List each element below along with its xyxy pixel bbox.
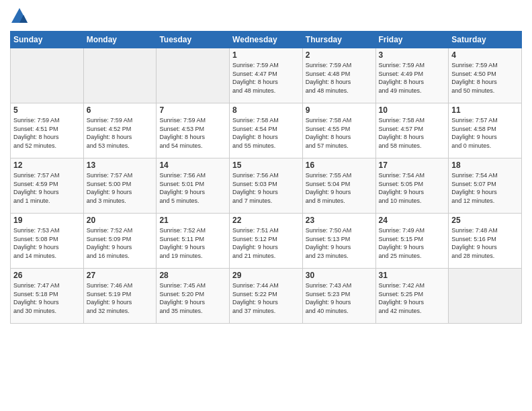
day-info: Sunrise: 7:47 AM Sunset: 5:18 PM Dayligh…: [13, 281, 81, 315]
day-info: Sunrise: 7:45 AM Sunset: 5:20 PM Dayligh…: [159, 281, 226, 315]
col-header-friday: Friday: [375, 32, 449, 48]
col-header-saturday: Saturday: [449, 32, 522, 48]
day-cell: 18Sunrise: 7:54 AM Sunset: 5:07 PM Dayli…: [449, 158, 522, 214]
day-cell: 9Sunrise: 7:58 AM Sunset: 4:55 PM Daylig…: [302, 103, 375, 158]
header-row: SundayMondayTuesdayWednesdayThursdayFrid…: [11, 32, 522, 48]
day-info: Sunrise: 7:52 AM Sunset: 5:09 PM Dayligh…: [87, 226, 154, 260]
day-cell: 2Sunrise: 7:59 AM Sunset: 4:48 PM Daylig…: [302, 48, 375, 103]
day-number: 3: [379, 50, 446, 60]
day-info: Sunrise: 7:52 AM Sunset: 5:11 PM Dayligh…: [159, 226, 226, 260]
day-info: Sunrise: 7:57 AM Sunset: 5:00 PM Dayligh…: [87, 171, 154, 205]
day-number: 15: [232, 161, 300, 170]
day-info: Sunrise: 7:42 AM Sunset: 5:25 PM Dayligh…: [379, 281, 446, 315]
col-header-thursday: Thursday: [302, 32, 375, 48]
day-cell: 8Sunrise: 7:58 AM Sunset: 4:54 PM Daylig…: [230, 103, 303, 158]
day-cell: [449, 269, 522, 324]
day-cell: 10Sunrise: 7:58 AM Sunset: 4:57 PM Dayli…: [375, 103, 449, 158]
day-info: Sunrise: 7:59 AM Sunset: 4:51 PM Dayligh…: [13, 116, 81, 150]
day-number: 12: [13, 161, 81, 170]
day-cell: 13Sunrise: 7:57 AM Sunset: 5:00 PM Dayli…: [83, 158, 157, 214]
day-number: 23: [306, 216, 373, 225]
day-info: Sunrise: 7:51 AM Sunset: 5:12 PM Dayligh…: [232, 226, 300, 260]
day-number: 19: [13, 216, 81, 225]
day-cell: 3Sunrise: 7:59 AM Sunset: 4:49 PM Daylig…: [375, 48, 449, 103]
day-cell: 4Sunrise: 7:59 AM Sunset: 4:50 PM Daylig…: [449, 48, 522, 103]
day-number: 2: [306, 50, 373, 60]
day-info: Sunrise: 7:58 AM Sunset: 4:55 PM Dayligh…: [306, 116, 373, 150]
day-info: Sunrise: 7:57 AM Sunset: 4:58 PM Dayligh…: [451, 116, 519, 150]
day-info: Sunrise: 7:46 AM Sunset: 5:19 PM Dayligh…: [87, 281, 154, 315]
day-info: Sunrise: 7:48 AM Sunset: 5:16 PM Dayligh…: [451, 226, 519, 260]
day-cell: 20Sunrise: 7:52 AM Sunset: 5:09 PM Dayli…: [83, 214, 157, 269]
day-number: 25: [451, 216, 519, 225]
day-info: Sunrise: 7:56 AM Sunset: 5:01 PM Dayligh…: [159, 171, 226, 205]
day-info: Sunrise: 7:59 AM Sunset: 4:53 PM Dayligh…: [159, 116, 226, 150]
day-cell: 6Sunrise: 7:59 AM Sunset: 4:52 PM Daylig…: [83, 103, 157, 158]
day-info: Sunrise: 7:59 AM Sunset: 4:47 PM Dayligh…: [232, 61, 300, 95]
day-cell: 27Sunrise: 7:46 AM Sunset: 5:19 PM Dayli…: [83, 269, 157, 324]
day-info: Sunrise: 7:58 AM Sunset: 4:54 PM Dayligh…: [232, 116, 300, 150]
day-cell: 19Sunrise: 7:53 AM Sunset: 5:08 PM Dayli…: [11, 214, 84, 269]
week-row-4: 26Sunrise: 7:47 AM Sunset: 5:18 PM Dayli…: [11, 269, 522, 324]
col-header-monday: Monday: [83, 32, 157, 48]
day-cell: 25Sunrise: 7:48 AM Sunset: 5:16 PM Dayli…: [449, 214, 522, 269]
day-cell: 16Sunrise: 7:55 AM Sunset: 5:04 PM Dayli…: [302, 158, 375, 214]
day-number: 18: [451, 161, 519, 170]
day-info: Sunrise: 7:55 AM Sunset: 5:04 PM Dayligh…: [306, 171, 373, 205]
day-cell: 1Sunrise: 7:59 AM Sunset: 4:47 PM Daylig…: [230, 48, 303, 103]
day-cell: 7Sunrise: 7:59 AM Sunset: 4:53 PM Daylig…: [157, 103, 230, 158]
week-row-2: 12Sunrise: 7:57 AM Sunset: 4:59 PM Dayli…: [11, 158, 522, 214]
day-cell: 23Sunrise: 7:50 AM Sunset: 5:13 PM Dayli…: [302, 214, 375, 269]
day-number: 20: [87, 216, 154, 225]
page: SundayMondayTuesdayWednesdayThursdayFrid…: [0, 0, 532, 411]
day-info: Sunrise: 7:56 AM Sunset: 5:03 PM Dayligh…: [232, 171, 300, 205]
day-number: 30: [306, 271, 373, 280]
logo: [10, 7, 32, 26]
day-number: 28: [159, 271, 226, 280]
day-cell: 14Sunrise: 7:56 AM Sunset: 5:01 PM Dayli…: [157, 158, 230, 214]
day-number: 27: [87, 271, 154, 280]
day-cell: 12Sunrise: 7:57 AM Sunset: 4:59 PM Dayli…: [11, 158, 84, 214]
col-header-tuesday: Tuesday: [157, 32, 230, 48]
week-row-3: 19Sunrise: 7:53 AM Sunset: 5:08 PM Dayli…: [11, 214, 522, 269]
day-info: Sunrise: 7:57 AM Sunset: 4:59 PM Dayligh…: [13, 171, 81, 205]
day-info: Sunrise: 7:43 AM Sunset: 5:23 PM Dayligh…: [306, 281, 373, 315]
day-number: 10: [379, 105, 446, 115]
day-cell: 17Sunrise: 7:54 AM Sunset: 5:05 PM Dayli…: [375, 158, 449, 214]
day-number: 8: [232, 105, 300, 115]
day-cell: 31Sunrise: 7:42 AM Sunset: 5:25 PM Dayli…: [375, 269, 449, 324]
day-number: 9: [306, 105, 373, 115]
day-number: 11: [451, 105, 519, 115]
day-cell: 22Sunrise: 7:51 AM Sunset: 5:12 PM Dayli…: [230, 214, 303, 269]
day-info: Sunrise: 7:59 AM Sunset: 4:49 PM Dayligh…: [379, 61, 446, 95]
day-info: Sunrise: 7:59 AM Sunset: 4:52 PM Dayligh…: [87, 116, 154, 150]
day-cell: 30Sunrise: 7:43 AM Sunset: 5:23 PM Dayli…: [302, 269, 375, 324]
day-number: 13: [87, 161, 154, 170]
day-number: 29: [232, 271, 300, 280]
col-header-wednesday: Wednesday: [230, 32, 303, 48]
day-info: Sunrise: 7:53 AM Sunset: 5:08 PM Dayligh…: [13, 226, 81, 260]
day-cell: 21Sunrise: 7:52 AM Sunset: 5:11 PM Dayli…: [157, 214, 230, 269]
day-cell: [157, 48, 230, 103]
day-number: 4: [451, 50, 519, 60]
day-number: 5: [13, 105, 81, 115]
day-info: Sunrise: 7:59 AM Sunset: 4:50 PM Dayligh…: [451, 61, 519, 95]
day-info: Sunrise: 7:44 AM Sunset: 5:22 PM Dayligh…: [232, 281, 300, 315]
day-info: Sunrise: 7:54 AM Sunset: 5:05 PM Dayligh…: [379, 171, 446, 205]
day-number: 17: [379, 161, 446, 170]
week-row-0: 1Sunrise: 7:59 AM Sunset: 4:47 PM Daylig…: [11, 48, 522, 103]
logo-icon: [10, 7, 29, 26]
day-cell: [83, 48, 157, 103]
day-cell: 5Sunrise: 7:59 AM Sunset: 4:51 PM Daylig…: [11, 103, 84, 158]
col-header-sunday: Sunday: [11, 32, 84, 48]
day-number: 14: [159, 161, 226, 170]
week-row-1: 5Sunrise: 7:59 AM Sunset: 4:51 PM Daylig…: [11, 103, 522, 158]
day-number: 24: [379, 216, 446, 225]
header: [10, 7, 522, 26]
day-number: 22: [232, 216, 300, 225]
day-info: Sunrise: 7:54 AM Sunset: 5:07 PM Dayligh…: [451, 171, 519, 205]
day-cell: 24Sunrise: 7:49 AM Sunset: 5:15 PM Dayli…: [375, 214, 449, 269]
day-info: Sunrise: 7:49 AM Sunset: 5:15 PM Dayligh…: [379, 226, 446, 260]
day-number: 31: [379, 271, 446, 280]
day-cell: 28Sunrise: 7:45 AM Sunset: 5:20 PM Dayli…: [157, 269, 230, 324]
